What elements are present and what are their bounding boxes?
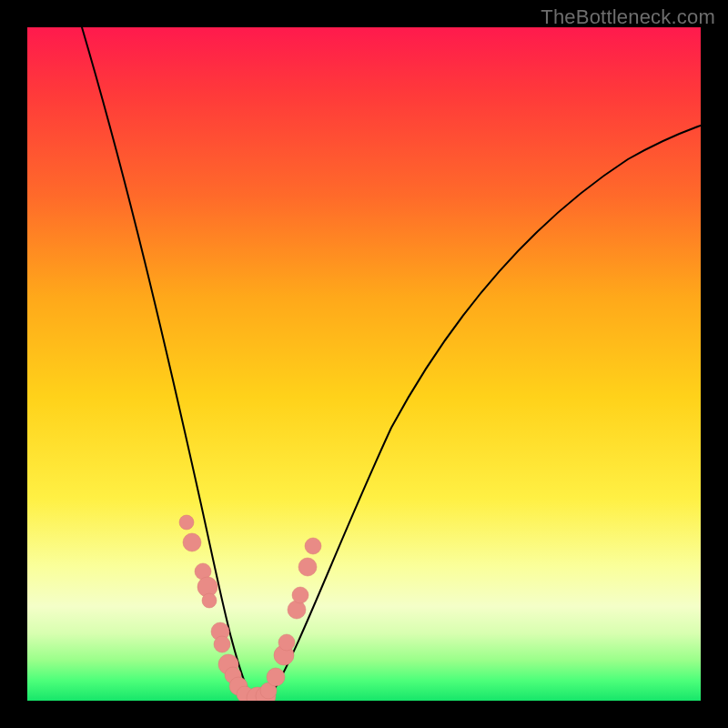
- dot: [288, 601, 306, 619]
- bottleneck-curve: [82, 27, 701, 701]
- chart-frame: TheBottleneck.com: [0, 0, 728, 728]
- watermark-text: TheBottleneck.com: [541, 5, 715, 29]
- dot: [298, 558, 317, 576]
- dot: [292, 587, 308, 603]
- sample-dots: [179, 515, 321, 701]
- dot: [202, 593, 217, 608]
- dot: [267, 668, 285, 686]
- plot-area: [27, 27, 701, 701]
- dot: [278, 634, 295, 651]
- dot: [305, 538, 321, 554]
- dot: [214, 636, 230, 652]
- dot: [179, 515, 194, 530]
- dot: [183, 533, 201, 551]
- curve-layer: [27, 27, 701, 701]
